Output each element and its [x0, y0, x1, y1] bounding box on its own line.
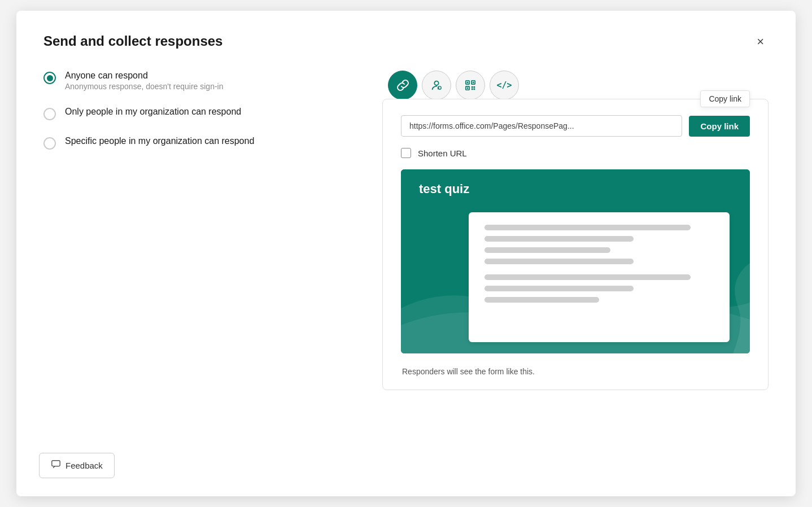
preview-caption: Responders will see the form like this. — [401, 367, 750, 376]
svg-point-0 — [434, 81, 438, 85]
preview-header: test quiz — [401, 169, 750, 207]
form-line-7 — [484, 297, 599, 303]
svg-rect-8 — [472, 86, 473, 88]
feedback-label: Feedback — [66, 461, 103, 470]
chat-icon — [51, 459, 61, 469]
content-card: Copy link Copy link Shorten URL test qui… — [382, 99, 769, 390]
qr-icon — [464, 79, 477, 91]
shorten-row: Shorten URL — [401, 148, 750, 158]
link-icon — [396, 79, 409, 91]
left-panel: Anyone can respond Anonymous response, d… — [43, 71, 360, 474]
form-line-1 — [484, 225, 691, 230]
dialog-body: Anyone can respond Anonymous response, d… — [43, 71, 769, 474]
copy-link-button[interactable]: Copy link — [689, 116, 750, 137]
form-line-3 — [484, 247, 610, 253]
svg-rect-11 — [474, 89, 475, 90]
radio-anyone-circle[interactable] — [43, 72, 56, 84]
copy-link-tooltip: Copy link — [700, 90, 750, 107]
radio-specific-circle[interactable] — [43, 137, 56, 150]
right-panel: </> Copy link Copy link Shorten URL — [382, 71, 769, 474]
svg-rect-9 — [474, 86, 475, 88]
radio-org-label: Only people in my organization can respo… — [65, 107, 241, 117]
feedback-icon — [51, 459, 61, 472]
form-line-5 — [484, 274, 691, 280]
form-line-4 — [484, 259, 634, 264]
svg-rect-6 — [473, 82, 474, 84]
preview-body — [401, 207, 750, 353]
dialog-title: Send and collect responses — [43, 33, 222, 49]
form-card-preview — [469, 212, 730, 342]
shorten-url-checkbox[interactable] — [401, 148, 411, 158]
url-row: Copy link Copy link — [401, 115, 750, 137]
share-icon — [430, 79, 443, 91]
url-input[interactable] — [401, 115, 682, 137]
radio-org[interactable]: Only people in my organization can respo… — [43, 107, 360, 120]
svg-rect-10 — [472, 89, 473, 90]
preview-quiz-title: test quiz — [419, 182, 469, 196]
tab-link[interactable] — [388, 71, 417, 100]
feedback-button[interactable]: Feedback — [39, 453, 115, 478]
dialog: Send and collect responses × Anyone can … — [16, 11, 796, 496]
shorten-url-label: Shorten URL — [418, 148, 467, 158]
radio-org-circle[interactable] — [43, 108, 56, 120]
close-button[interactable]: × — [752, 33, 769, 50]
form-preview: test quiz — [401, 169, 750, 353]
svg-rect-7 — [467, 88, 469, 89]
embed-icon: </> — [496, 80, 512, 90]
radio-specific[interactable]: Specific people in my organization can r… — [43, 136, 360, 150]
tab-embed[interactable]: </> — [490, 71, 519, 100]
form-line-6 — [484, 286, 634, 291]
tab-qr[interactable] — [456, 71, 485, 100]
svg-rect-5 — [467, 82, 469, 84]
dialog-header: Send and collect responses × — [43, 33, 769, 50]
radio-anyone[interactable]: Anyone can respond Anonymous response, d… — [43, 71, 360, 91]
svg-rect-12 — [52, 461, 60, 466]
radio-anyone-label: Anyone can respond Anonymous response, d… — [65, 71, 224, 91]
tab-share[interactable] — [422, 71, 451, 100]
form-line-2 — [484, 236, 634, 242]
radio-specific-label: Specific people in my organization can r… — [65, 136, 254, 146]
